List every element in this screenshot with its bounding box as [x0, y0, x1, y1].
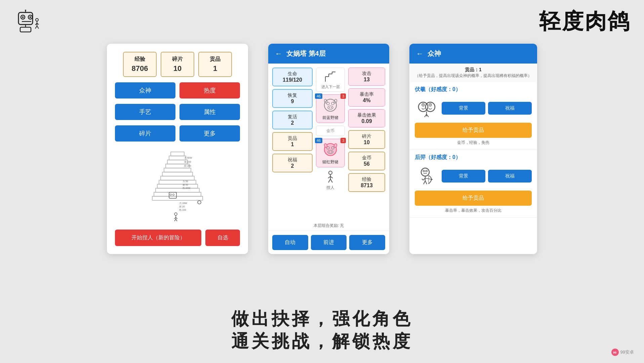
svg-line-90: [424, 181, 425, 184]
svg-line-91: [425, 181, 427, 184]
svg-line-42: [174, 219, 176, 221]
svg-rect-9: [20, 27, 31, 32]
next-level-label: 进入下一层: [318, 84, 343, 89]
stat-tribute: 贡品 1: [198, 52, 232, 77]
auto-button[interactable]: 自动: [272, 235, 308, 250]
reward-text: 本层组合奖励: 无: [268, 221, 389, 231]
fragment-button[interactable]: 碎片: [115, 125, 175, 142]
svg-point-4: [30, 16, 31, 18]
enemy-1-card[interactable]: 46 3 前蓝野猪: [316, 94, 345, 123]
back-arrow-icon[interactable]: ←: [275, 49, 282, 58]
enemy-2-icon: [321, 141, 340, 158]
stat-gold: 金币 56: [348, 152, 385, 170]
mid-panel-footer: 自动 前进 更多: [268, 231, 389, 254]
stats-row: 经验 8706 碎片 10 贡品 1: [115, 52, 240, 77]
god-1-bg-button[interactable]: 背景: [442, 102, 485, 115]
more-button[interactable]: 更多: [179, 125, 240, 142]
svg-text:热:100: 热:100: [179, 209, 186, 211]
page-title: 轻度肉鸽: [539, 7, 631, 36]
enemy-1-badge-right: 3: [340, 93, 346, 99]
heat-button[interactable]: 热度: [179, 82, 240, 98]
next-level-btn[interactable]: 进入下一层: [316, 68, 345, 92]
gods-button[interactable]: 众神: [115, 82, 175, 98]
svg-line-73: [328, 179, 330, 183]
svg-rect-25: [156, 188, 199, 192]
svg-point-85: [423, 170, 425, 172]
enemy-2-badge-right: 3: [340, 138, 346, 143]
bottom-line-2: 通关挑战，解锁热度: [0, 330, 644, 353]
enemy-1-badge-left: 46: [315, 93, 322, 99]
svg-text:攻:20: 攻:20: [179, 205, 185, 208]
stat-crit-rate: 暴击率 4%: [348, 88, 385, 107]
god-1-content: 背景 祝福: [415, 96, 532, 120]
button-row-2: 手艺 属性: [115, 104, 240, 120]
person-icon: [324, 170, 337, 184]
custom-button[interactable]: 自选: [205, 230, 240, 246]
god-1-buttons: 背景 祝福: [442, 102, 532, 115]
attr-button[interactable]: 属性: [179, 104, 240, 120]
god-2-bless-button[interactable]: 祝福: [488, 170, 532, 183]
craft-button[interactable]: 手艺: [115, 104, 175, 120]
svg-point-69: [329, 171, 332, 174]
svg-rect-20: [164, 168, 191, 172]
svg-marker-94: [431, 178, 433, 180]
staircase-icon: [322, 70, 339, 83]
svg-text:99: 99: [613, 351, 616, 354]
svg-text:力:50: 力:50: [183, 180, 188, 183]
svg-line-71: [328, 176, 330, 178]
new-adventure-button[interactable]: 开始捏人（新的冒险）: [115, 230, 201, 246]
bottom-text: 做出抉择，强化角色 通关挑战，解锁热度: [0, 308, 644, 353]
god-2-bg-button[interactable]: 背景: [442, 170, 485, 183]
svg-point-68: [333, 143, 337, 148]
enemy-2-badge-left: 46: [315, 138, 322, 143]
right-panel-title: 众神: [428, 49, 441, 58]
svg-point-45: [170, 194, 172, 196]
button-row-3: 碎片 更多: [115, 125, 240, 142]
svg-point-6: [25, 10, 26, 11]
mid-panel-header: ← 女娲塔 第4层: [268, 44, 389, 64]
god-2-give-button[interactable]: 给予贡品: [415, 191, 532, 206]
god-1-give-button[interactable]: 给予贡品: [415, 123, 532, 138]
more-mid-button[interactable]: 更多: [349, 235, 385, 250]
coin-card: 金币: [316, 126, 345, 136]
god-1-bless-button[interactable]: 祝福: [488, 102, 532, 115]
svg-text:力:19W: 力:19W: [179, 202, 187, 204]
god-1-section: 伏羲（好感度：0）: [409, 82, 537, 150]
god-1-icon-area: [415, 96, 438, 120]
stat-blessing: 祝福 2: [272, 154, 313, 172]
stat-fragment: 碎片 10: [161, 52, 194, 77]
stat-fragment-r: 碎片 10: [348, 130, 385, 149]
mid-left-col: 生命 119/120 恢复 9 复活 2 贡品 1 祝福 2: [272, 68, 313, 217]
svg-point-67: [324, 143, 328, 148]
tower-area: 力:60W 攻:100 防:200 力:50 速:50 热:20W 力:19W …: [115, 147, 240, 224]
god-2-name: 后羿（好感度：0）: [415, 154, 532, 161]
right-back-arrow-icon[interactable]: ←: [416, 49, 424, 58]
stat-revive: 复活 2: [272, 111, 313, 129]
advance-button[interactable]: 前进: [311, 235, 347, 250]
person-area: 捏人: [324, 170, 337, 191]
svg-point-55: [331, 102, 334, 105]
enemy-2-name: 猩红野猪: [318, 159, 343, 165]
enemy-1-name: 前蓝野猪: [318, 115, 343, 121]
svg-point-57: [329, 107, 330, 108]
enemy-1-icon: [321, 97, 340, 114]
person-label: 捏人: [324, 185, 337, 191]
god-2-section: 后羿（好感度：0）: [409, 150, 537, 218]
svg-point-65: [329, 152, 330, 153]
svg-point-56: [328, 106, 333, 109]
watermark: 99 99安卓: [611, 348, 634, 356]
svg-line-72: [330, 176, 333, 178]
svg-rect-22: [161, 176, 194, 180]
mid-center-col: 进入下一层 46 3: [316, 68, 345, 217]
svg-rect-0: [18, 12, 33, 25]
svg-point-66: [331, 152, 332, 153]
enemy-2-card[interactable]: 46 3 猩红野猪: [316, 139, 345, 167]
god-2-buttons: 背景 祝福: [442, 170, 532, 183]
stat-crit-effect: 暴击效果 0.09: [348, 109, 385, 127]
robot-logo-icon: [13, 10, 40, 33]
svg-point-46: [173, 194, 174, 196]
svg-point-79: [422, 104, 424, 105]
watermark-text: 99安卓: [620, 349, 634, 355]
svg-rect-16: [171, 152, 184, 156]
mid-panel-title: 女娲塔 第4层: [286, 49, 326, 58]
